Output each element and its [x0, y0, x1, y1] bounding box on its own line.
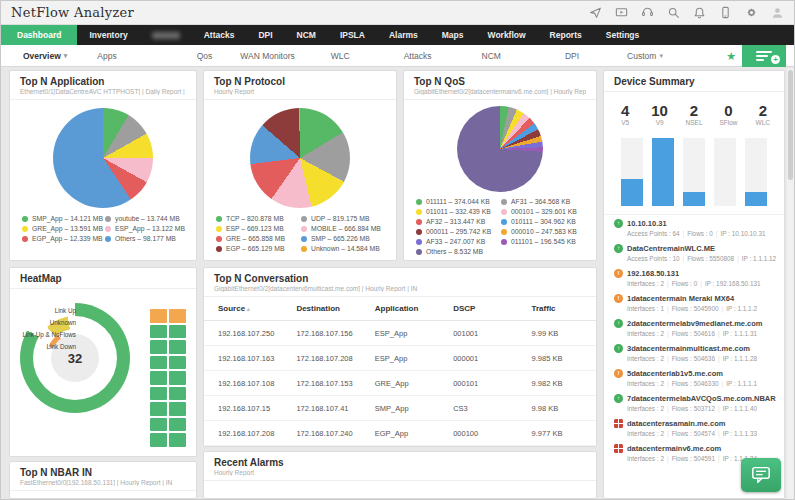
legend-text: GRE – 665.858 MB [226, 235, 285, 242]
legend-color-dot [501, 199, 507, 205]
heatmap-cell-grid[interactable] [150, 309, 186, 447]
tab-label: Apps [97, 51, 116, 61]
device-name-link[interactable]: datacenterasamain.me.com [614, 419, 774, 428]
nav-item-reports[interactable]: Reports [538, 25, 594, 45]
nav-item-dpi[interactable]: DPI [246, 25, 284, 45]
tab-wan-monitors[interactable]: WAN Monitors [240, 51, 294, 61]
nav-item-ipsla[interactable]: IPSLA [328, 25, 377, 45]
heatmap-cell[interactable] [169, 356, 186, 370]
meta-item: IP : 1.1.1.2 [726, 305, 757, 312]
legend-color-dot [105, 216, 111, 222]
nav-item-maps[interactable]: Maps [430, 25, 476, 45]
device-name-link[interactable]: !5datacenterlab1v5.me.com [614, 369, 774, 378]
nav-item-settings[interactable]: Settings [594, 25, 652, 45]
scrollbar-thumb[interactable] [788, 70, 793, 180]
device-meta: Interfaces : 2|Flows : 504574|IP : 1.1.1… [627, 430, 774, 437]
table-row[interactable]: 192.168.107.108172.168.107.153GRE_App000… [204, 371, 596, 396]
table-row[interactable]: 192.168.107.163172.168.107.208ESP_App000… [204, 346, 596, 371]
top-n-application-pie-chart[interactable] [53, 108, 153, 208]
device-name-link[interactable]: ↑3datacentermainmulticast.me.com [614, 344, 774, 353]
device-name-link[interactable]: !1datacentermain Meraki MX64 [614, 294, 774, 303]
nav-item-workflow[interactable]: Workflow [476, 25, 538, 45]
device-name-link[interactable]: ↑DataCentremainWLC.ME [614, 244, 774, 253]
nav-item-dashboard[interactable]: Dashboard [1, 25, 77, 45]
notifications-bell-icon[interactable] [693, 6, 706, 19]
device-name-link[interactable]: ↑2datacentermelabv9medianet.me.com [614, 319, 774, 328]
heatmap-cell[interactable] [150, 433, 167, 447]
bar-v9[interactable] [652, 138, 674, 206]
legend-text: MOBILE – 666.884 MB [311, 225, 381, 232]
top-n-qos-pie-chart[interactable] [457, 106, 543, 192]
star-icon[interactable]: ★ [726, 45, 736, 67]
heatmap-cell[interactable] [169, 340, 186, 354]
column-header-source[interactable]: Source ▴ [204, 297, 282, 321]
bar-sflow[interactable] [714, 138, 736, 206]
device-name-text: 5datacenterlab1v5.me.com [627, 369, 723, 378]
mobile-app-icon[interactable] [719, 6, 732, 19]
tab-wlc[interactable]: WLC [331, 51, 350, 61]
search-icon[interactable] [667, 6, 680, 19]
nav-item-alarms[interactable]: Alarms [377, 25, 430, 45]
chat-support-button[interactable] [741, 458, 781, 492]
widget-title: Top N Protocol [214, 76, 386, 87]
tab-custom[interactable]: Custom▾ [627, 51, 663, 61]
device-name-link[interactable]: datacentermainv6.me.com [614, 444, 774, 453]
heatmap-cell[interactable] [169, 418, 186, 432]
bar-wlc[interactable] [745, 138, 767, 206]
device-list-item: ↑3datacentermainmulticast.me.comInterfac… [604, 340, 784, 365]
heatmap-cell[interactable] [150, 309, 167, 323]
table-row[interactable]: 192.168.107.208172.168.107.240EGP_App000… [204, 421, 596, 446]
device-name-link[interactable]: ↑7datacentermelabAVCQoS.me.com.NBAR [614, 394, 774, 403]
column-header-dscp[interactable]: DSCP [439, 297, 517, 321]
heatmap-cell[interactable] [150, 387, 167, 401]
legend-item-gre-app: GRE_App – 13.591 MB [22, 225, 103, 232]
column-header-destination[interactable]: Destination [282, 297, 360, 321]
heatmap-cell[interactable] [169, 433, 186, 447]
heatmap-cell[interactable] [150, 356, 167, 370]
vertical-scrollbar[interactable] [787, 68, 794, 499]
launch-icon[interactable] [589, 6, 602, 19]
heatmap-cell[interactable] [150, 340, 167, 354]
tab-dpi[interactable]: DPI [565, 51, 579, 61]
column-header-application[interactable]: Application [361, 297, 439, 321]
tab-apps[interactable]: Apps [97, 51, 116, 61]
legend-text: EGP_App – 12.339 MB [32, 235, 103, 242]
heatmap-cell[interactable] [150, 325, 167, 339]
nav-item-attacks[interactable]: Attacks [192, 25, 247, 45]
top-n-protocol-pie-chart[interactable] [250, 108, 350, 208]
nav-item-obscured[interactable] [140, 25, 192, 45]
heatmap-cell[interactable] [150, 402, 167, 416]
tab-ncm[interactable]: NCM [482, 51, 501, 61]
dashboard-list-add-button[interactable]: + [742, 45, 786, 67]
legend-item-tcp: TCP – 820.878 MB [216, 215, 299, 222]
heatmap-cell[interactable] [150, 418, 167, 432]
bar-nsel[interactable] [683, 138, 705, 206]
table-row[interactable]: 192.168.107.15172.168.107.41SMP_AppCS39.… [204, 396, 596, 421]
tab-overview[interactable]: Overview▾ [23, 51, 67, 61]
meta-separator: | [667, 330, 669, 337]
device-name-link[interactable]: !192.168.50.131 [614, 269, 774, 278]
widget-subtitle: Ethernet0/1[DataCentreAVC HTTPHOST] | Da… [20, 88, 186, 95]
heatmap-cell[interactable] [169, 371, 186, 385]
table-cell: 192.168.107.108 [204, 371, 282, 396]
tab-attacks[interactable]: Attacks [404, 51, 432, 61]
legend-text: 000011 – 295.742 KB [426, 228, 491, 235]
support-icon[interactable] [641, 6, 654, 19]
device-name-link[interactable]: ↑10.10.10.31 [614, 219, 774, 228]
video-tour-icon[interactable] [615, 6, 628, 19]
heatmap-cell[interactable] [169, 325, 186, 339]
legend-item-unknown: Unknown – 14.584 MB [301, 245, 384, 252]
nav-item-ncm[interactable]: NCM [285, 25, 328, 45]
nav-item-inventory[interactable]: Inventory [77, 25, 139, 45]
heatmap-cell[interactable] [169, 309, 186, 323]
user-avatar-icon[interactable] [771, 6, 784, 19]
meta-item: Flows : 5045900 [672, 305, 719, 312]
table-row[interactable]: 192.168.107.250172.168.107.156ESP_App001… [204, 321, 596, 346]
tab-qos[interactable]: Qos [197, 51, 213, 61]
heatmap-cell[interactable] [150, 371, 167, 385]
heatmap-cell[interactable] [169, 402, 186, 416]
bar-v5[interactable] [621, 138, 643, 206]
column-header-traffic[interactable]: Traffic [518, 297, 596, 321]
heatmap-cell[interactable] [169, 387, 186, 401]
settings-gear-icon[interactable] [745, 6, 758, 19]
